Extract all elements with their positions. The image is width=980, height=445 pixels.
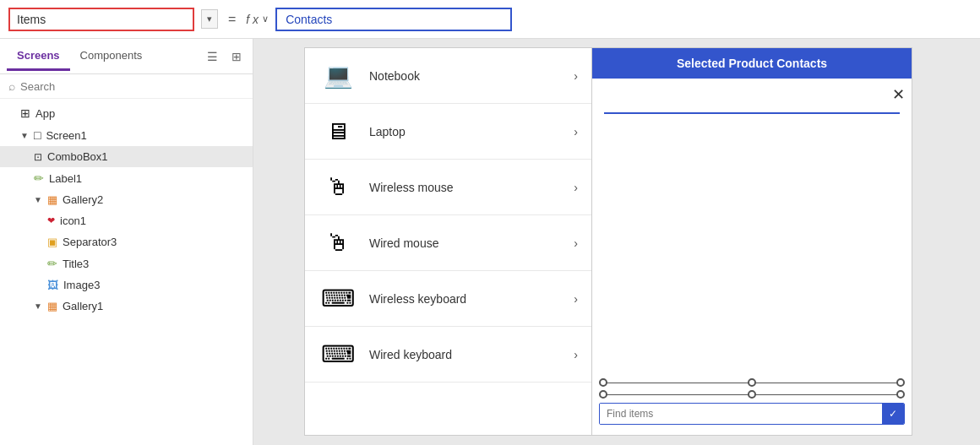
handle-tc: [748, 378, 756, 387]
screen-icon: □: [34, 128, 41, 142]
gallery-item-wireless-mouse[interactable]: 🖱 Wireless mouse ›: [305, 160, 591, 215]
gallery-item-wired-keyboard[interactable]: ⌨ Wired keyboard ›: [305, 327, 591, 383]
notebook-label: Notebook: [369, 69, 562, 83]
image3-icon: 🖼: [47, 279, 58, 291]
app-icon: ⊞: [20, 106, 30, 120]
tab-icons: ☰ ⊞: [203, 47, 246, 66]
tree-label-icon1: icon1: [60, 214, 86, 227]
gallery-item-laptop[interactable]: 🖥 Laptop ›: [305, 104, 591, 160]
tree-item-combobox1[interactable]: ⊡ ComboBox1: [0, 146, 253, 167]
label1-icon: ✏: [34, 171, 44, 185]
tree-label-combobox1: ComboBox1: [47, 150, 108, 163]
wired-mouse-label: Wired mouse: [369, 236, 562, 250]
tree-item-title3[interactable]: ✏ Title3: [0, 252, 253, 274]
wired-mouse-icon: 🖱: [318, 228, 357, 258]
tree-label-gallery2: Gallery2: [63, 193, 103, 206]
equals-sign: =: [225, 12, 239, 27]
search-input[interactable]: [20, 80, 244, 93]
icon1-icon: ❤: [47, 215, 55, 226]
handle-tr: [896, 378, 905, 387]
wired-keyboard-icon: ⌨: [318, 339, 357, 370]
handle-tl: [599, 378, 607, 387]
selection-handles: [599, 379, 905, 399]
tree-item-separator3[interactable]: ▣ Separator3: [0, 231, 253, 252]
formula-input[interactable]: Contacts: [275, 8, 512, 31]
main-layout: Screens Components ☰ ⊞ ⌕ ⊞ App ▼ □ Scree…: [0, 39, 980, 445]
tree-item-gallery1[interactable]: ▼ ▦ Gallery1: [0, 296, 253, 317]
search-box: ⌕: [0, 74, 253, 99]
wireless-mouse-icon: 🖱: [318, 172, 357, 203]
gallery2-icon: ▦: [47, 193, 57, 206]
wired-mouse-chevron: ›: [574, 236, 578, 250]
tree: ⊞ App ▼ □ Screen1 ⊡ ComboBox1 ✏ Label1 ▼: [0, 99, 253, 445]
list-view-button[interactable]: ☰: [203, 47, 222, 66]
sidebar: Screens Components ☰ ⊞ ⌕ ⊞ App ▼ □ Scree…: [0, 39, 253, 445]
gallery-item-notebook[interactable]: 💻 Notebook ›: [305, 48, 591, 104]
tree-label-app: App: [35, 107, 55, 120]
combobox-icon: ⊡: [34, 151, 42, 163]
tree-item-icon1[interactable]: ❤ icon1: [0, 210, 253, 231]
tabs-row: Screens Components ☰ ⊞: [0, 39, 253, 74]
wireless-keyboard-chevron: ›: [574, 292, 578, 306]
laptop-icon: 🖥: [318, 117, 357, 147]
wired-keyboard-label: Wired keyboard: [369, 348, 562, 361]
wired-keyboard-chevron: ›: [574, 348, 578, 361]
tree-label-separator3: Separator3: [63, 236, 117, 248]
tree-label-gallery1: Gallery1: [63, 300, 103, 312]
fx-area: f x ∨: [246, 13, 269, 26]
app-frame: 💻 Notebook › 🖥 Laptop › 🖱 Wireless mouse…: [304, 47, 912, 436]
tree-item-app[interactable]: ⊞ App: [0, 102, 253, 124]
fx-label: f x: [246, 13, 259, 26]
notebook-chevron: ›: [574, 69, 578, 83]
tree-arrow-gallery2: ▼: [34, 195, 42, 204]
gallery1-icon: ▦: [47, 300, 57, 312]
detail-separator: [604, 112, 900, 114]
detail-panel: Selected Product Contacts ✕: [592, 48, 912, 435]
wireless-mouse-chevron: ›: [574, 181, 578, 194]
wireless-keyboard-label: Wireless keyboard: [369, 292, 562, 306]
fx-chevron[interactable]: ∨: [262, 14, 269, 24]
items-input[interactable]: Items: [8, 8, 194, 31]
gallery-list: 💻 Notebook › 🖥 Laptop › 🖱 Wireless mouse…: [305, 48, 592, 435]
tree-item-image3[interactable]: 🖼 Image3: [0, 274, 253, 296]
tree-arrow-gallery1: ▼: [34, 301, 42, 311]
gallery-item-wireless-keyboard[interactable]: ⌨ Wireless keyboard ›: [305, 271, 591, 327]
tree-item-label1[interactable]: ✏ Label1: [0, 167, 253, 189]
tree-label-label1: Label1: [49, 172, 82, 185]
tree-item-gallery2[interactable]: ▼ ▦ Gallery2: [0, 189, 253, 210]
tree-label-image3: Image3: [63, 279, 100, 291]
wireless-mouse-label: Wireless mouse: [369, 181, 562, 194]
tree-label-title3: Title3: [63, 258, 89, 270]
tree-label-screen1: Screen1: [46, 129, 86, 142]
handle-bl: [599, 390, 607, 399]
title3-icon: ✏: [47, 257, 57, 270]
handle-br: [896, 390, 905, 399]
grid-view-button[interactable]: ⊞: [227, 47, 246, 66]
tab-components[interactable]: Components: [70, 42, 153, 71]
canvas-area: 💻 Notebook › 🖥 Laptop › 🖱 Wireless mouse…: [253, 39, 980, 445]
laptop-chevron: ›: [574, 125, 578, 138]
handle-bc: [748, 390, 756, 399]
detail-header: Selected Product Contacts: [592, 48, 912, 79]
close-button[interactable]: ✕: [892, 85, 905, 104]
find-items-wrap: ✓: [599, 403, 905, 425]
search-icon: ⌕: [8, 79, 15, 93]
laptop-label: Laptop: [369, 125, 562, 138]
tab-screens[interactable]: Screens: [7, 42, 70, 71]
find-items-button[interactable]: ✓: [882, 404, 904, 424]
dropdown-button[interactable]: ▾: [201, 9, 218, 29]
tree-arrow-screen1: ▼: [20, 131, 29, 140]
notebook-icon: 💻: [318, 61, 357, 91]
top-bar: Items ▾ = f x ∨ Contacts: [0, 0, 980, 39]
tree-item-screen1[interactable]: ▼ □ Screen1: [0, 124, 253, 146]
find-items-input[interactable]: [600, 404, 882, 424]
find-items-area: ✓: [599, 379, 905, 425]
separator3-icon: ▣: [47, 236, 57, 248]
gallery-item-wired-mouse[interactable]: 🖱 Wired mouse ›: [305, 215, 591, 271]
wireless-keyboard-icon: ⌨: [318, 284, 357, 314]
